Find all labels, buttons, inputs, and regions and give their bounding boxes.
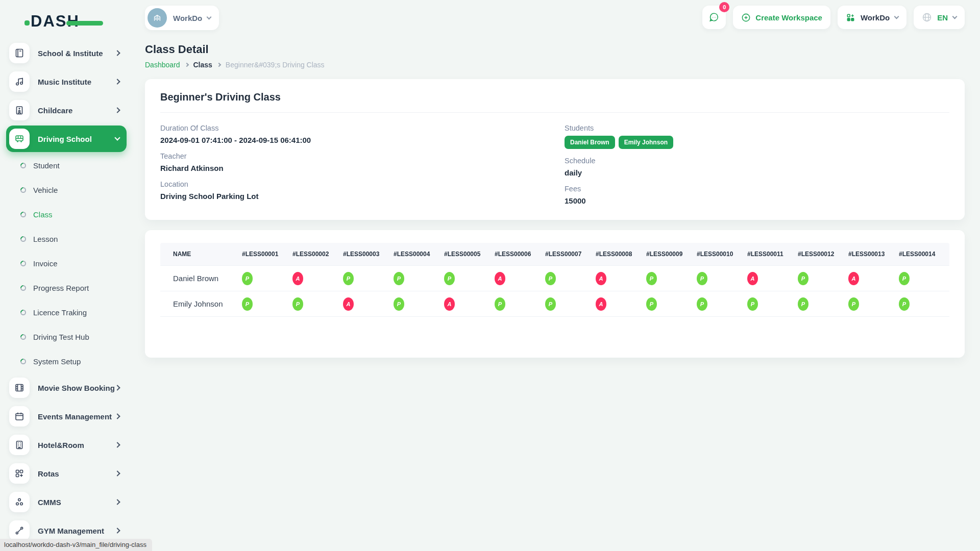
attendance-row: Emily JohnsonPPAPAPPAPPPPPP — [160, 291, 949, 317]
breadcrumb: Dashboard Class Beginner&#039;s Driving … — [145, 61, 965, 69]
present-badge: P — [394, 297, 404, 311]
field-label: Location — [160, 180, 565, 188]
plus-circle-icon — [741, 13, 751, 22]
journal-icon — [9, 43, 30, 63]
field-value: daily — [565, 168, 949, 177]
sidebar-subitem-label: Licence Traking — [33, 308, 87, 317]
attendance-header-row: NAME #LESS00001#LESS00002#LESS00003#LESS… — [160, 243, 949, 266]
language-selector[interactable]: EN — [914, 6, 965, 29]
sidebar-item-music-institute[interactable]: Music Institute — [6, 67, 127, 96]
page-title: Class Detail — [145, 43, 965, 56]
sidebar-subitem-driving-test-hub[interactable]: Driving Test Hub — [6, 324, 133, 349]
sidebar-subitem-class[interactable]: Class — [6, 202, 133, 227]
sidebar-subitem-label: System Setup — [33, 357, 81, 366]
circle-half-icon — [20, 163, 26, 168]
teacher-field: Teacher Richard Atkinson — [160, 152, 565, 172]
class-detail-left-column: Duration Of Class 2024-09-01 07:41:00 - … — [160, 124, 565, 213]
sidebar-item-label: CMMS — [38, 498, 115, 507]
sidebar-item-label: Events Management — [38, 412, 115, 421]
sidebar-item-label: Hotel&Room — [38, 441, 115, 449]
class-detail-card: Beginner's Driving Class Duration Of Cla… — [145, 79, 965, 220]
circle-half-icon — [20, 334, 26, 340]
globe-icon — [922, 12, 932, 22]
circle-half-icon — [20, 187, 26, 193]
present-badge: P — [646, 272, 657, 285]
lesson-column-header: #LESS00003 — [343, 243, 394, 266]
chevron-right-icon — [114, 470, 120, 476]
present-badge: P — [242, 272, 253, 285]
nodes-icon — [9, 492, 30, 512]
sidebar-item-rotas[interactable]: Rotas — [6, 459, 127, 488]
absent-badge: A — [292, 272, 303, 285]
workspace-selector[interactable]: WorkDo — [145, 6, 219, 30]
sidebar-item-hotel-room[interactable]: Hotel&Room — [6, 431, 127, 459]
sidebar-item-cmms[interactable]: CMMS — [6, 488, 127, 516]
present-badge: P — [545, 272, 556, 285]
sidebar-subitem-vehicle[interactable]: Vehicle — [6, 178, 133, 202]
music-note-icon — [9, 71, 30, 92]
lesson-column-header: #LESS00001 — [242, 243, 292, 266]
fees-field: Fees 15000 — [565, 185, 949, 205]
present-badge: P — [495, 297, 505, 311]
sidebar-item-movie-show-booking[interactable]: Movie Show Booking — [6, 373, 127, 402]
sidebar-subitem-lesson[interactable]: Lesson — [6, 227, 133, 251]
present-badge: P — [292, 297, 303, 311]
lesson-column-header: #LESS00010 — [697, 243, 747, 266]
present-badge: P — [899, 272, 910, 285]
absent-badge: A — [596, 272, 606, 285]
sidebar-subitem-student[interactable]: Student — [6, 153, 133, 178]
lesson-column-header: #LESS00009 — [646, 243, 697, 266]
chevron-right-icon — [114, 107, 120, 113]
present-badge: P — [394, 272, 404, 285]
top-header: WorkDo 0 Create Workspace WorkDo EN — [133, 0, 980, 36]
sidebar-subitem-progress-report[interactable]: Progress Report — [6, 276, 133, 300]
sidebar-nav: School & Institute Music Institute Child… — [6, 39, 133, 545]
student-name-cell: Daniel Brown — [160, 266, 242, 291]
location-field: Location Driving School Parking Lot — [160, 180, 565, 201]
sidebar-subitem-system-setup[interactable]: System Setup — [6, 349, 133, 373]
present-badge: P — [798, 272, 808, 285]
sidebar-subitem-label: Class — [33, 210, 53, 219]
statusbar-url: localhost/workdo-dash-v3/main_file/drivi… — [0, 539, 152, 551]
lesson-column-header: #LESS00004 — [394, 243, 444, 266]
present-badge: P — [242, 297, 253, 311]
present-badge: P — [545, 297, 556, 311]
field-value: Richard Atkinson — [160, 164, 565, 172]
sidebar-subitem-label: Student — [33, 161, 60, 170]
absent-badge: A — [747, 272, 758, 285]
present-badge: P — [697, 272, 707, 285]
app-logo[interactable]: DASH — [6, 0, 133, 39]
sidebar-subitem-licence-traking[interactable]: Licence Traking — [6, 300, 133, 324]
sidebar-item-childcare[interactable]: Childcare — [6, 96, 127, 124]
breadcrumb-class[interactable]: Class — [193, 61, 212, 69]
create-workspace-button[interactable]: Create Workspace — [733, 6, 830, 29]
class-detail-right-column: Students Daniel BrownEmily Johnson Sched… — [565, 124, 949, 213]
attendance-table-body: Daniel BrownPAPPPAPAPPAPAPEmily JohnsonP… — [160, 266, 949, 317]
class-name-title: Beginner's Driving Class — [160, 91, 949, 113]
student-badge: Daniel Brown — [565, 136, 615, 149]
breadcrumb-dashboard[interactable]: Dashboard — [145, 61, 180, 69]
workdo-menu-button[interactable]: WorkDo — [838, 6, 906, 29]
workspace-avatar — [148, 8, 167, 28]
absent-badge: A — [444, 297, 455, 311]
messages-button[interactable]: 0 — [702, 6, 726, 29]
student-badges: Daniel BrownEmily Johnson — [565, 136, 949, 149]
main-content: Class Detail Dashboard Class Beginner&#0… — [133, 36, 980, 358]
chevron-right-icon — [114, 499, 120, 505]
sidebar: DASH School & Institute Music Institute — [0, 0, 133, 551]
film-icon — [9, 378, 30, 398]
sidebar-item-driving-school[interactable]: Driving School — [6, 124, 127, 153]
sidebar-subitem-invoice[interactable]: Invoice — [6, 251, 133, 276]
driving-school-submenu: StudentVehicleClassLessonInvoiceProgress… — [6, 153, 133, 373]
student-name-cell: Emily Johnson — [160, 291, 242, 317]
sidebar-item-events-management[interactable]: Events Management — [6, 402, 127, 431]
sidebar-item-label: GYM Management — [38, 527, 115, 535]
lesson-column-header: #LESS00005 — [444, 243, 495, 266]
field-label: Fees — [565, 185, 949, 193]
chevron-down-icon — [952, 14, 958, 19]
sidebar-subitem-label: Invoice — [33, 259, 58, 268]
lesson-column-header: #LESS00006 — [495, 243, 545, 266]
sidebar-item-school-institute[interactable]: School & Institute — [6, 39, 127, 67]
chat-icon — [708, 12, 720, 23]
chevron-down-icon — [114, 135, 120, 140]
